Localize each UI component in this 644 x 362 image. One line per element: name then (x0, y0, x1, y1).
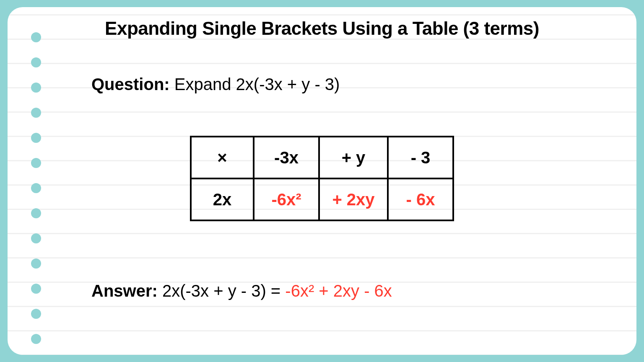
cell-op: × (191, 137, 254, 178)
notepaper-card: Expanding Single Brackets Using a Table … (8, 7, 636, 355)
answer-label: Answer: (91, 282, 158, 300)
cell-multiplier: 2x (191, 178, 254, 220)
answer-line: Answer: 2x(-3x + y - 3) = -6x² + 2xy - 6… (91, 282, 636, 300)
answer-text: 2x(-3x + y - 3) = (158, 282, 286, 300)
cell-term3: - 3 (388, 137, 453, 178)
cell-product3: - 6x (388, 178, 453, 220)
cell-product1: -6x² (254, 178, 319, 220)
content-area: Expanding Single Brackets Using a Table … (8, 7, 636, 355)
cell-term2: + y (319, 137, 388, 178)
question-line: Question: Expand 2x(-3x + y - 3) (91, 75, 636, 94)
question-text: Expand 2x(-3x + y - 3) (170, 75, 340, 93)
table-row: × -3x + y - 3 (191, 137, 453, 178)
table-row: 2x -6x² + 2xy - 6x (191, 178, 453, 220)
expansion-table: × -3x + y - 3 2x -6x² + 2xy - 6x (190, 136, 454, 221)
answer-result: -6x² + 2xy - 6x (285, 282, 392, 300)
question-label: Question: (91, 75, 170, 93)
cell-term1: -3x (254, 137, 319, 178)
cell-product2: + 2xy (319, 178, 388, 220)
page-title: Expanding Single Brackets Using a Table … (8, 18, 636, 39)
